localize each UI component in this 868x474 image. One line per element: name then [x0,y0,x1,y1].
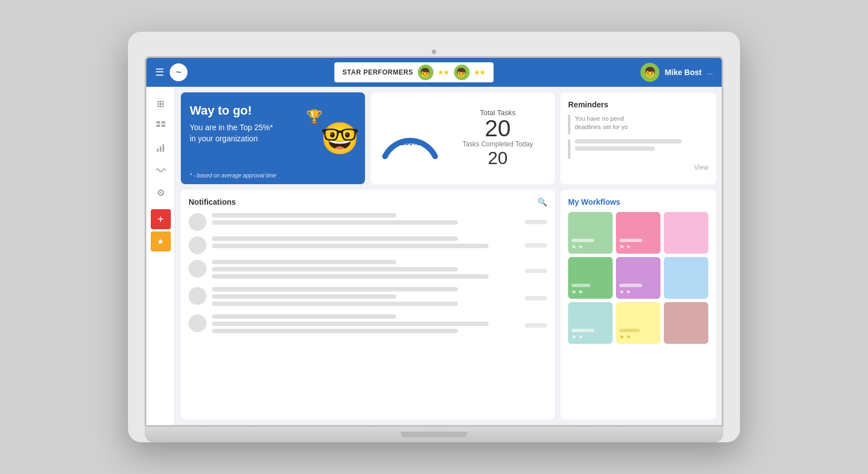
notif-item-2 [189,236,547,254]
sidebar-icon-chart[interactable] [151,138,171,158]
notif-line-s1 [212,213,396,218]
star-performers-badge[interactable]: STAR PERFORMERS 👦 ★★ 👦 ★★ [334,62,493,82]
laptop-base [145,427,723,442]
notif-line-s4 [212,294,396,299]
wf-tile-icons-1: ⚑ ⚑ [571,244,609,250]
wf-tile-icons-2: ⚑ ⚑ [619,244,657,250]
svg-rect-6 [162,144,164,152]
wf-tile-icons-8: ⚑ ⚑ [619,334,657,340]
reminder-bar-1 [568,115,570,135]
sidebar-icon-settings[interactable]: ⚙ [151,182,171,203]
notif-item-1 [189,213,547,231]
reminders-view[interactable]: View [568,164,708,171]
performer-avatar-1: 👦 [418,65,433,80]
top-bar: ☰ ~ STAR PERFORMERS 👦 ★★ 👦 ★★ 👦 Mike Bos… [146,58,722,87]
reminders-title: Reminders [568,100,708,109]
wf-tile-icons-5: ⚑ ⚑ [619,289,657,295]
search-icon[interactable]: 🔍 [537,198,547,206]
user-name: Mike Bost [665,68,702,77]
wf-tile-1[interactable]: ⚑ ⚑ [568,212,613,254]
notif-time-2 [525,243,547,248]
svg-rect-4 [157,149,159,152]
tasks-completed: 20 [450,148,546,169]
notif-time-4 [525,296,547,300]
banner-footnote: * - based on average approval time [190,172,277,179]
wf-tile-6[interactable] [664,257,708,299]
wf-tile-4[interactable]: ⚑ ⚑ [568,257,613,299]
notif-item-5 [189,314,547,336]
sidebar-icon-grid[interactable] [151,116,171,136]
notifications-card: Notifications 🔍 [181,190,555,419]
notif-time-3 [525,269,547,273]
reminder-item-2 [568,139,708,159]
notif-time-1 [525,220,547,224]
reminder-text-1: You have no pend deadlines set for yo [575,115,628,132]
sidebar-fab-add[interactable]: + [151,209,171,229]
notif-avatar-4 [189,287,206,305]
wf-tile-5[interactable]: ⚑ ⚑ [616,257,660,299]
tasks-inner: 100% Total Tasks 20 Tasks Completed Toda… [379,108,546,169]
star-icon-2: ★★ [474,69,486,76]
notifications-header: Notifications 🔍 [189,198,547,206]
laptop-notch [401,432,467,437]
gauge-label: 100% [401,139,419,147]
notif-lines-3 [212,260,519,282]
notif-line-m4 [212,287,458,292]
top-bar-right: 👦 Mike Bost ... [640,63,713,82]
star-performers-label: STAR PERFORMERS [342,68,413,76]
notif-time-5 [525,323,547,328]
wf-tile-label-5 [619,284,642,287]
performer-avatar-2: 👦 [454,65,470,80]
gauge-container: 100% [379,117,441,159]
notif-avatar-1 [189,213,206,231]
wf-tile-icons-7: ⚑ ⚑ [571,334,609,340]
hamburger-icon[interactable]: ☰ [155,66,164,78]
notif-line-s5 [212,314,396,319]
wf-tile-8[interactable]: ⚑ ⚑ [616,302,660,344]
notif-avatar-3 [189,260,206,278]
sidebar-icon-wave[interactable] [151,160,171,180]
notifications-title: Notifications [189,198,236,206]
wf-tile-9[interactable] [664,302,708,344]
notif-lines-1 [212,213,519,228]
workflow-grid: ⚑ ⚑ ⚑ ⚑ ⚑ ⚑ [568,212,708,344]
banner-title: Way to go! [190,103,356,118]
svg-rect-3 [161,125,165,127]
wf-tile-2[interactable]: ⚑ ⚑ [616,212,660,254]
notif-line-m3 [212,267,458,271]
banner-card: Way to go! You are in the Top 25%* in yo… [181,92,365,184]
sidebar: ⊞ [146,87,175,425]
notif-line-l5 [212,322,489,326]
tasks-info: Total Tasks 20 Tasks Completed Today 20 [450,108,546,169]
svg-rect-2 [156,125,160,127]
wf-tile-7[interactable]: ⚑ ⚑ [568,302,613,344]
wf-tile-label-2 [619,239,642,242]
notif-line-l3 [212,274,489,279]
reminder-item-1: You have no pend deadlines set for yo [568,115,708,135]
notif-lines-4 [212,287,519,309]
reminders-card: Reminders You have no pend deadlines set… [560,92,716,184]
user-menu-ellipsis[interactable]: ... [707,68,713,76]
workflows-title: My Workflows [568,198,708,206]
wf-tile-label-7 [571,329,594,332]
wf-tile-3[interactable] [664,212,708,254]
notif-item-4 [189,287,547,309]
user-avatar: 👦 [640,63,659,82]
notif-lines-2 [212,236,519,251]
main-content: ⊞ [146,87,722,425]
workflows-card: My Workflows ⚑ ⚑ ⚑ ⚑ [560,190,716,419]
reminder-bar-2 [568,139,570,159]
notif-item-3 [189,260,547,282]
notif-avatar-2 [189,236,206,254]
sidebar-icon-dashboard[interactable]: ⊞ [151,93,171,113]
notif-line-m1 [212,220,458,225]
sidebar-fab-star[interactable]: ★ [151,231,171,251]
tasks-total: 20 [450,117,546,140]
logo-icon[interactable]: ~ [170,63,188,81]
content-area: Way to go! You are in the Top 25%* in yo… [175,87,722,425]
star-icon-1: ★★ [438,69,450,76]
svg-rect-5 [160,146,161,152]
svg-rect-1 [161,121,165,124]
notif-line-m5 [212,329,458,333]
banner-character: 🤓 [320,120,359,157]
